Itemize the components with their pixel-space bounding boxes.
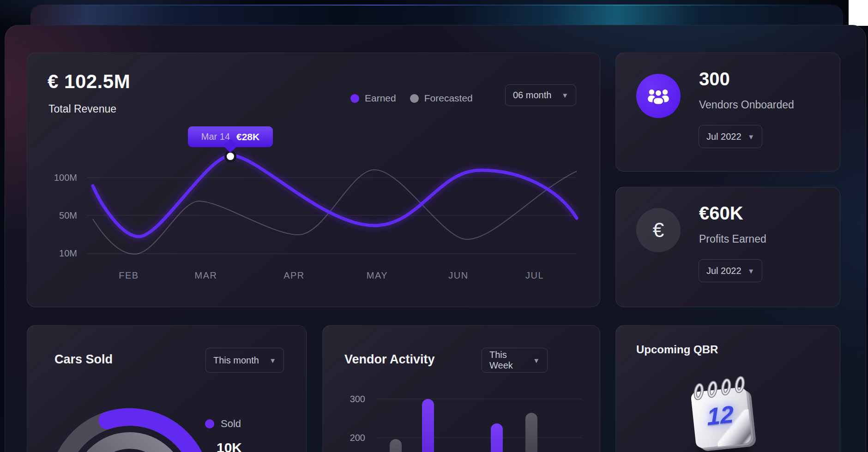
profits-label: Profits Earned: [699, 233, 766, 245]
y-label-100m: 100M: [54, 172, 77, 183]
calendar-day-number: 12: [693, 398, 747, 432]
profits-month-value: Jul 2022: [706, 266, 741, 276]
y-label-50m: 50M: [59, 210, 77, 220]
revenue-line-chart: 100M 50M 10M FEB MAR APR MAY JUN JUL: [27, 53, 600, 307]
cars-sold-card: Cars Sold This month ▼ Sold 10K: [27, 325, 307, 452]
bar-5: [525, 413, 537, 452]
upcoming-qbr-title: Upcoming QBR: [636, 343, 718, 356]
chevron-down-icon: ▼: [747, 267, 754, 275]
profits-earned-card: € €60K Profits Earned Jul 2022 ▼: [615, 187, 840, 307]
sold-legend: Sold: [205, 418, 241, 430]
vendors-month-dropdown[interactable]: Jul 2022 ▼: [699, 125, 762, 148]
y-label-200: 200: [350, 433, 365, 443]
x-label-feb: FEB: [119, 270, 139, 280]
x-label-jun: JUN: [448, 270, 468, 280]
tooltip-value: €28K: [236, 131, 259, 143]
vendor-activity-bar-chart: 300 200: [323, 326, 600, 452]
chevron-down-icon: ▼: [747, 133, 754, 141]
people-icon: [636, 74, 681, 118]
y-label-10m: 10M: [59, 248, 77, 258]
x-label-apr: APR: [283, 270, 305, 280]
chart-tooltip: Mar 14 €28K: [188, 126, 273, 147]
bar-1: [390, 439, 402, 452]
x-label-jul: JUL: [525, 270, 544, 280]
vendors-onboarded-card: 300 Vendors Onboarded Jul 2022 ▼: [615, 53, 840, 172]
earned-line-glow: [93, 155, 577, 237]
bar-4: [491, 423, 503, 452]
earned-line: [93, 155, 577, 237]
donut-inner-ring: [81, 440, 179, 452]
profits-value: €60K: [699, 203, 743, 224]
cars-sold-total: 10K: [217, 440, 242, 452]
vendors-month-value: Jul 2022: [706, 131, 741, 142]
bar-2: [422, 399, 434, 452]
data-point-marker: [226, 152, 235, 161]
sold-dot-icon: [205, 419, 214, 428]
x-label-may: MAY: [367, 270, 388, 280]
calendar-illustration: 12: [685, 371, 764, 452]
x-label-mar: MAR: [195, 270, 217, 280]
vendors-label: Vendors Onboarded: [699, 99, 794, 111]
upcoming-qbr-card: Upcoming QBR: [615, 325, 840, 452]
dashboard-app: € 102.5M Total Revenue Earned Forecasted…: [0, 0, 868, 452]
vendor-activity-card: Vendor Activity This Week ▼ 300: [322, 325, 600, 452]
sold-label: Sold: [221, 418, 241, 430]
y-label-300: 300: [350, 394, 365, 404]
profits-month-dropdown[interactable]: Jul 2022 ▼: [699, 259, 762, 282]
cars-sold-donut-chart: [27, 326, 307, 452]
tooltip-date: Mar 14: [201, 131, 230, 142]
vendors-value: 300: [699, 69, 730, 89]
total-revenue-card: € 102.5M Total Revenue Earned Forecasted…: [27, 53, 600, 307]
euro-icon: €: [636, 208, 681, 252]
